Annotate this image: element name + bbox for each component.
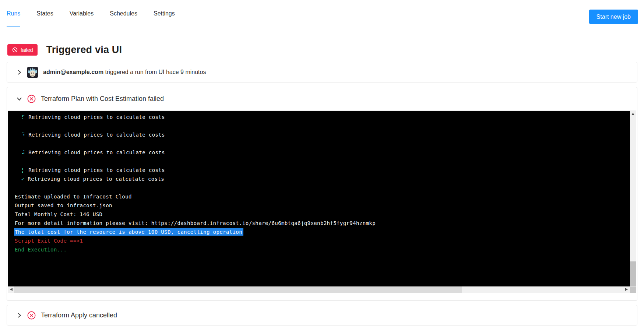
terminal-line: Estimate uploaded to Infracost Cloud [15, 192, 630, 201]
apply-panel-title: Terraform Apply cancelled [41, 311, 117, 319]
terminal-lines: ⠏ Retrieving cloud prices to calculate c… [8, 111, 630, 254]
chevron-right-icon[interactable] [17, 70, 22, 75]
start-new-job-button[interactable]: Start new job [589, 10, 638, 24]
tab-settings[interactable]: Settings [154, 0, 175, 27]
tab-variables[interactable]: Variables [70, 0, 94, 27]
trigger-panel-header[interactable]: admin@example.com triggered a run from U… [7, 62, 637, 82]
horizontal-scrollbar[interactable] [8, 286, 630, 293]
terminal-line: Script Exit Code ==>1 [15, 236, 630, 245]
status-badge-label: failed [21, 47, 33, 53]
horizontal-scrollbar-thumb[interactable] [14, 286, 462, 293]
plan-panel-title: Terraform Plan with Cost Estimation fail… [41, 95, 164, 103]
spinner-icon: ⡇ [15, 167, 28, 173]
terminal-line: ✓ Retrieving cloud prices to calculate c… [15, 175, 630, 183]
status-badge: failed [7, 44, 38, 56]
page-title: Triggered via UI [46, 44, 122, 56]
terminal-line: ⡇ Retrieving cloud prices to calculate c… [15, 166, 630, 175]
terminal-line: ⠼ Retrieving cloud prices to calculate c… [15, 148, 630, 157]
terminal-line [15, 139, 630, 148]
trigger-message: admin@example.com triggered a run from U… [43, 69, 206, 75]
spinner-icon: ⠏ [15, 114, 28, 120]
tab-schedules[interactable]: Schedules [110, 0, 137, 27]
apply-panel: Terraform Apply cancelled [7, 305, 637, 325]
terminal-line [15, 157, 630, 166]
tab-states[interactable]: States [36, 0, 53, 27]
chevron-right-icon[interactable] [17, 313, 22, 318]
trigger-message-text: triggered a run from UI hace 9 minutos [103, 69, 206, 75]
terminal-line: End Execution... [15, 245, 630, 254]
vertical-scrollbar-thumb[interactable] [630, 261, 636, 286]
terminal-line: ⠏ Retrieving cloud prices to calculate c… [15, 113, 630, 122]
scroll-left-arrow-icon[interactable] [10, 288, 13, 291]
check-icon: ✓ [15, 176, 28, 182]
failed-circle-x-icon [27, 95, 36, 103]
plan-panel: Terraform Plan with Cost Estimation fail… [7, 87, 637, 301]
cancelled-circle-x-icon [27, 311, 36, 320]
spinner-icon: ⠹ [15, 132, 28, 138]
scroll-up-arrow-icon[interactable] [631, 113, 634, 115]
terminal-line: For more detail information please visit… [15, 219, 630, 228]
tab-bar: Runs States Variables Schedules Settings [0, 0, 644, 27]
terminal-line: The total cost for the resource is above… [15, 228, 630, 236]
terminal-line [15, 122, 630, 130]
tab-runs[interactable]: Runs [7, 0, 20, 27]
vertical-scrollbar[interactable] [630, 110, 636, 286]
trigger-user: admin@example.com [43, 69, 103, 75]
scroll-right-arrow-icon[interactable] [625, 288, 628, 291]
user-avatar [27, 67, 38, 78]
plan-panel-header[interactable]: Terraform Plan with Cost Estimation fail… [7, 87, 637, 110]
chevron-down-icon[interactable] [17, 96, 22, 102]
prohibited-icon [12, 47, 18, 53]
terminal-line [15, 183, 630, 192]
apply-panel-header[interactable]: Terraform Apply cancelled [7, 305, 637, 325]
scrollbar-corner [630, 286, 636, 293]
spinner-icon: ⠼ [15, 149, 28, 155]
terminal-output: ⠏ Retrieving cloud prices to calculate c… [8, 110, 630, 286]
run-header: failed Triggered via UI [7, 44, 122, 56]
terminal-line: ⠹ Retrieving cloud prices to calculate c… [15, 130, 630, 139]
terminal-line: Total Monthly Cost: 146 USD [15, 210, 630, 219]
trigger-panel: admin@example.com triggered a run from U… [7, 62, 637, 82]
terminal-line: Output saved to infracost.json [15, 201, 630, 210]
tab-list: Runs States Variables Schedules Settings [7, 0, 175, 27]
